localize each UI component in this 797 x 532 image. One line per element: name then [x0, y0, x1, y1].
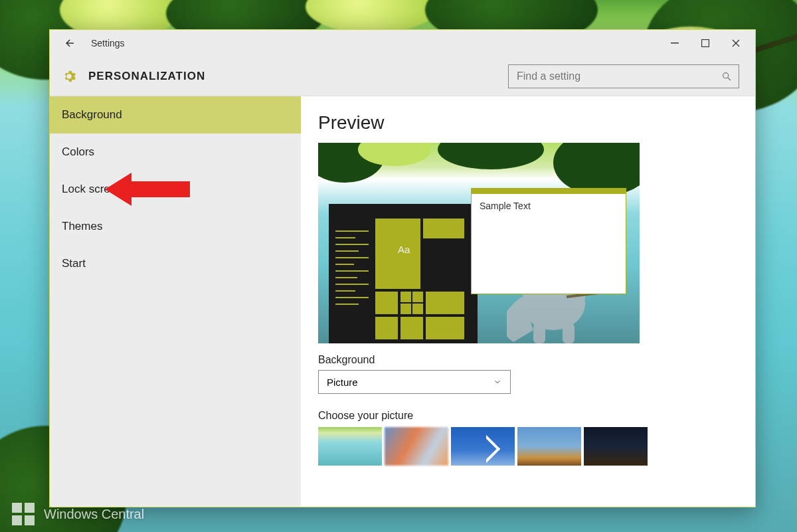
preview-tile-glyph: Aa [398, 244, 410, 255]
sidebar-item-start[interactable]: Start [50, 245, 301, 282]
preview-pane: Aa Sample Text [318, 143, 640, 343]
sidebar-item-label: Themes [62, 220, 102, 233]
picture-thumbnail[interactable] [451, 427, 515, 466]
search-input[interactable] [515, 70, 721, 83]
preview-sample-window-titlebar [472, 189, 626, 194]
preview-start-menu-list [335, 230, 369, 310]
preview-heading: Preview [318, 112, 738, 133]
maximize-icon [701, 39, 709, 47]
search-box[interactable] [508, 64, 739, 88]
svg-rect-8 [563, 323, 575, 343]
picture-thumbnails [318, 427, 738, 466]
sidebar-item-label: Start [62, 257, 86, 270]
svg-rect-1 [702, 40, 709, 47]
svg-rect-15 [25, 515, 35, 525]
minimize-button[interactable] [660, 33, 690, 54]
picture-thumbnail[interactable] [385, 427, 448, 466]
content-area: Preview [301, 96, 755, 507]
background-label: Background [318, 354, 738, 366]
preview-decoration [438, 143, 544, 169]
sidebar-item-themes[interactable]: Themes [50, 208, 301, 245]
svg-rect-7 [533, 323, 545, 343]
svg-rect-0 [671, 43, 679, 44]
settings-header: PERSONALIZATION [50, 56, 755, 96]
picture-thumbnail[interactable] [318, 427, 382, 466]
sidebar: Background Colors Lock screen Themes Sta… [50, 96, 301, 507]
svg-rect-14 [12, 515, 22, 525]
preview-sample-window: Sample Text [471, 188, 626, 294]
choose-picture-label: Choose your picture [318, 410, 738, 422]
watermark-text: Windows Central [44, 507, 144, 522]
sidebar-item-label: Colors [62, 145, 94, 159]
sidebar-item-background[interactable]: Background [50, 96, 301, 133]
close-icon [732, 39, 740, 47]
sidebar-item-lock-screen[interactable]: Lock screen [50, 171, 301, 208]
background-dropdown[interactable]: Picture [318, 370, 511, 394]
window-titlebar: Settings [50, 30, 755, 56]
window-title: Settings [91, 38, 125, 48]
back-button[interactable] [59, 33, 80, 54]
preview-sample-text: Sample Text [472, 194, 626, 218]
picture-thumbnail[interactable] [584, 427, 648, 466]
search-icon [721, 71, 732, 82]
maximize-button[interactable] [690, 33, 721, 54]
page-title: PERSONALIZATION [88, 70, 205, 83]
windows-logo-icon [12, 503, 35, 525]
chevron-down-icon [493, 377, 502, 387]
watermark: Windows Central [12, 503, 144, 525]
svg-point-2 [723, 72, 729, 78]
settings-window: Settings PERSONALIZATION Background Colo… [49, 29, 756, 507]
svg-rect-13 [25, 503, 35, 513]
sidebar-item-label: Lock screen [62, 183, 123, 196]
gear-icon [62, 69, 76, 84]
picture-thumbnail[interactable] [517, 427, 581, 466]
svg-rect-12 [12, 503, 22, 513]
sidebar-item-colors[interactable]: Colors [50, 133, 301, 171]
minimize-icon [671, 39, 679, 47]
svg-line-3 [728, 78, 731, 80]
arrow-left-icon [64, 37, 76, 49]
preview-start-panel: Aa [329, 204, 478, 343]
close-button[interactable] [721, 33, 751, 54]
desktop-foliage [306, 0, 438, 33]
background-dropdown-value: Picture [327, 377, 358, 388]
sidebar-item-label: Background [62, 108, 122, 122]
